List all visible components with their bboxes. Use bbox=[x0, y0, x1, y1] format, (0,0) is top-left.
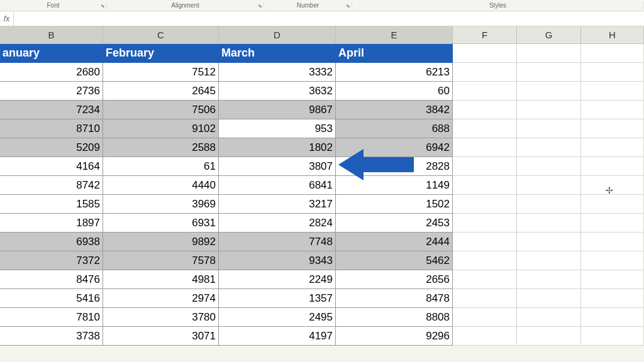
cell-E[interactable]: 6942 bbox=[336, 138, 453, 157]
ribbon-group-number[interactable]: Number ⬊ bbox=[264, 2, 352, 9]
fx-icon[interactable]: fx bbox=[0, 11, 14, 26]
cell-B[interactable]: 7234 bbox=[0, 101, 103, 119]
cell-B[interactable]: 5209 bbox=[0, 138, 103, 157]
cell-empty[interactable] bbox=[453, 157, 517, 176]
cell-empty[interactable] bbox=[581, 157, 644, 176]
cell-empty[interactable] bbox=[581, 214, 644, 233]
cell-empty[interactable] bbox=[453, 119, 517, 138]
cell-empty[interactable] bbox=[581, 82, 644, 101]
cell-empty[interactable] bbox=[453, 195, 517, 214]
col-header-G[interactable]: G bbox=[517, 26, 581, 44]
cell-D[interactable]: 9867 bbox=[219, 101, 336, 119]
cell-B[interactable]: 7810 bbox=[0, 308, 103, 327]
cell-D[interactable]: 2495 bbox=[219, 308, 336, 327]
cell-empty[interactable] bbox=[517, 82, 581, 101]
cell-empty[interactable] bbox=[517, 270, 581, 289]
cell-C[interactable]: 3969 bbox=[103, 195, 219, 214]
cell-C[interactable]: 7578 bbox=[103, 251, 219, 270]
cell-E[interactable]: 688 bbox=[336, 119, 453, 138]
cell-empty[interactable] bbox=[453, 138, 517, 157]
cell-B[interactable]: 8710 bbox=[0, 119, 103, 138]
cell-E[interactable]: 8808 bbox=[336, 308, 453, 327]
cell-E[interactable]: 2656 bbox=[336, 270, 453, 289]
cell-B[interactable]: 8742 bbox=[0, 176, 103, 195]
cell-E[interactable]: 6213 bbox=[336, 63, 453, 82]
cell-empty[interactable] bbox=[581, 270, 644, 289]
header-cell-B[interactable]: anuary bbox=[0, 44, 103, 63]
cell-B[interactable]: 5416 bbox=[0, 289, 103, 308]
cell-empty[interactable] bbox=[581, 176, 644, 195]
cell-B[interactable]: 3738 bbox=[0, 327, 103, 346]
cell-C[interactable]: 61 bbox=[103, 157, 219, 176]
formula-input[interactable] bbox=[14, 11, 644, 26]
cell-empty[interactable] bbox=[453, 327, 517, 346]
cell-B[interactable]: 6938 bbox=[0, 233, 103, 251]
cell-empty[interactable] bbox=[581, 233, 644, 251]
cell-empty[interactable] bbox=[453, 233, 517, 251]
cell-C[interactable]: 7512 bbox=[103, 63, 219, 82]
cell-empty[interactable] bbox=[453, 176, 517, 195]
ribbon-group-styles[interactable]: Styles bbox=[352, 2, 644, 9]
cell-B[interactable]: 7372 bbox=[0, 251, 103, 270]
cell-D[interactable]: 3807 bbox=[219, 157, 336, 176]
cell-empty[interactable] bbox=[581, 251, 644, 270]
cell-E[interactable]: 2453 bbox=[336, 214, 453, 233]
cell-E[interactable]: 2444 bbox=[336, 233, 453, 251]
cell-empty[interactable] bbox=[517, 119, 581, 138]
cell-C[interactable]: 2645 bbox=[103, 82, 219, 101]
cell-empty[interactable] bbox=[581, 289, 644, 308]
cell-empty[interactable] bbox=[453, 214, 517, 233]
cell-B[interactable]: 4164 bbox=[0, 157, 103, 176]
ribbon-group-alignment[interactable]: Alignment ⬊ bbox=[107, 2, 264, 9]
cell-empty[interactable] bbox=[517, 289, 581, 308]
cell-empty[interactable] bbox=[453, 63, 517, 82]
cell-E[interactable]: 1502 bbox=[336, 195, 453, 214]
cell-empty[interactable] bbox=[517, 195, 581, 214]
cell-D[interactable]: 3332 bbox=[219, 63, 336, 82]
cell-empty[interactable] bbox=[581, 63, 644, 82]
cell-D[interactable]: 953 bbox=[219, 119, 336, 138]
cell-C[interactable]: 9102 bbox=[103, 119, 219, 138]
col-header-F[interactable]: F bbox=[453, 26, 517, 44]
cell-empty[interactable] bbox=[517, 138, 581, 157]
cell-empty[interactable] bbox=[517, 101, 581, 119]
cell-empty[interactable] bbox=[517, 327, 581, 346]
col-header-C[interactable]: C bbox=[103, 26, 219, 44]
cell-empty[interactable] bbox=[517, 44, 581, 63]
cell-C[interactable]: 4981 bbox=[103, 270, 219, 289]
cell-D[interactable]: 9343 bbox=[219, 251, 336, 270]
cell-E[interactable]: 5462 bbox=[336, 251, 453, 270]
cell-empty[interactable] bbox=[581, 101, 644, 119]
cell-empty[interactable] bbox=[453, 44, 517, 63]
grid-body[interactable]: anuaryFebruaryMarchApril2680751233326213… bbox=[0, 44, 644, 346]
cell-D[interactable]: 3632 bbox=[219, 82, 336, 101]
cell-E[interactable]: 8478 bbox=[336, 289, 453, 308]
cell-empty[interactable] bbox=[453, 289, 517, 308]
cell-empty[interactable] bbox=[453, 308, 517, 327]
cell-C[interactable]: 2588 bbox=[103, 138, 219, 157]
cell-empty[interactable] bbox=[517, 176, 581, 195]
cell-empty[interactable] bbox=[581, 138, 644, 157]
cell-C[interactable]: 4440 bbox=[103, 176, 219, 195]
cell-E[interactable]: 2828 bbox=[336, 157, 453, 176]
header-cell-D[interactable]: March bbox=[219, 44, 336, 63]
cell-empty[interactable] bbox=[581, 44, 644, 63]
cell-empty[interactable] bbox=[517, 251, 581, 270]
col-header-E[interactable]: E bbox=[336, 26, 453, 44]
cell-C[interactable]: 2974 bbox=[103, 289, 219, 308]
dialog-launcher-icon[interactable]: ⬊ bbox=[101, 3, 105, 9]
cell-C[interactable]: 3071 bbox=[103, 327, 219, 346]
cell-C[interactable]: 7506 bbox=[103, 101, 219, 119]
cell-B[interactable]: 1585 bbox=[0, 195, 103, 214]
dialog-launcher-icon[interactable]: ⬊ bbox=[346, 3, 350, 9]
cell-empty[interactable] bbox=[453, 82, 517, 101]
col-header-B[interactable]: B bbox=[0, 26, 103, 44]
cell-empty[interactable] bbox=[517, 214, 581, 233]
cell-D[interactable]: 2249 bbox=[219, 270, 336, 289]
cell-E[interactable]: 3842 bbox=[336, 101, 453, 119]
cell-empty[interactable] bbox=[517, 157, 581, 176]
cell-D[interactable]: 3217 bbox=[219, 195, 336, 214]
cell-D[interactable]: 4197 bbox=[219, 327, 336, 346]
cell-empty[interactable] bbox=[517, 233, 581, 251]
col-header-H[interactable]: H bbox=[581, 26, 644, 44]
